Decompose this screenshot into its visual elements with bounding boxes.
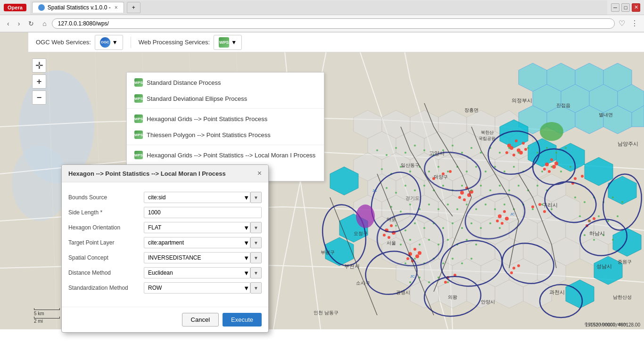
hexagon-orientation-row: Hexagon Orientation FLAT ▼ ▼ — [68, 222, 262, 233]
target-point-select[interactable]: cite:apartment — [144, 237, 250, 248]
svg-point-154 — [471, 147, 472, 149]
bounds-source-btn[interactable]: ▼ — [250, 192, 262, 203]
svg-point-199 — [508, 189, 510, 191]
svg-point-146 — [395, 147, 397, 149]
close-tab-button[interactable]: × — [115, 4, 118, 11]
menu-item-hex-moran[interactable]: WPS Hexagonal Grids --> Point Statistics… — [127, 147, 324, 163]
svg-point-197 — [489, 189, 491, 191]
svg-point-208 — [428, 204, 430, 205]
svg-point-241 — [466, 239, 468, 241]
minimize-button[interactable]: ─ — [611, 3, 619, 12]
url-input[interactable] — [52, 18, 615, 29]
spatial-concept-select[interactable]: INVERSEDISTANCE — [144, 252, 250, 263]
svg-text:성남시: 성남시 — [596, 263, 612, 269]
wps-button[interactable]: WPS ▼ — [214, 35, 242, 50]
new-tab-button[interactable]: + — [127, 2, 140, 13]
menu-separator — [127, 108, 324, 109]
svg-point-237 — [428, 239, 430, 241]
svg-point-225 — [423, 227, 425, 229]
svg-text:남양주시: 남양주시 — [618, 141, 638, 147]
svg-point-185 — [570, 166, 571, 168]
svg-point-95 — [522, 142, 525, 145]
svg-point-102 — [548, 170, 551, 173]
svg-point-261 — [621, 201, 623, 203]
menu-item-standard-distance[interactable]: WPS Standard Distance Process — [127, 74, 324, 90]
svg-point-267 — [584, 234, 586, 236]
standardization-select[interactable]: ROW — [144, 282, 250, 294]
svg-text:남한산성: 남한산성 — [613, 294, 632, 300]
svg-point-243 — [405, 262, 406, 264]
pan-tool[interactable]: ✛ — [32, 58, 46, 73]
dialog-close-button[interactable]: × — [257, 170, 262, 177]
svg-point-162 — [546, 147, 548, 149]
hexagon-orientation-select[interactable]: FLAT — [144, 222, 250, 233]
svg-point-131 — [543, 210, 546, 213]
execute-button[interactable]: Execute — [223, 313, 262, 327]
svg-point-122 — [503, 210, 506, 213]
hexagon-orientation-wrapper: FLAT ▼ — [144, 222, 250, 233]
menu-item-hex-point[interactable]: WPS Hexagonal Grids --> Point Statistics… — [127, 111, 324, 127]
browser-tab[interactable]: Spatial Statistics v.1.0.0 - × — [32, 2, 124, 13]
standardization-label: Standardization Method — [68, 285, 144, 291]
svg-point-179 — [513, 166, 515, 168]
back-button[interactable]: ‹ — [4, 18, 13, 29]
svg-point-188 — [405, 185, 406, 187]
svg-point-100 — [552, 165, 556, 169]
svg-text:진접읍: 진접읍 — [556, 103, 570, 108]
svg-text:과천시: 과천시 — [549, 289, 565, 295]
ogc-button[interactable]: OGC ▼ — [95, 35, 123, 50]
distance-method-btn[interactable]: ▼ — [250, 267, 262, 278]
svg-point-264 — [598, 215, 600, 217]
side-length-input[interactable] — [144, 207, 262, 218]
svg-point-262 — [579, 215, 581, 217]
svg-text:부천시: 부천시 — [344, 263, 360, 269]
close-window-button[interactable]: ✕ — [632, 3, 640, 12]
svg-text:오정구: 오정구 — [354, 231, 368, 236]
svg-point-177 — [494, 166, 496, 168]
distance-method-select[interactable]: Euclidean — [144, 267, 250, 278]
maximize-button[interactable]: □ — [621, 3, 630, 12]
svg-text:서울: 서울 — [387, 240, 396, 245]
distance-method-wrapper: Euclidean ▼ — [144, 267, 250, 278]
svg-text:중원구: 중원구 — [618, 259, 632, 264]
svg-point-123 — [505, 217, 509, 220]
menu-item-thiessen[interactable]: WPS Thiessen Polygon --> Point Statistic… — [127, 127, 324, 143]
wps-label: Web Processing Services: — [139, 39, 210, 46]
svg-point-209 — [438, 208, 439, 210]
svg-point-202 — [537, 185, 538, 187]
svg-point-90 — [515, 139, 518, 142]
reload-button[interactable]: ↻ — [25, 18, 37, 29]
menu-item-icon: WPS — [134, 94, 143, 103]
menu-item-std-ellipse[interactable]: WPS Standard Deviational Ellipse Process — [127, 90, 324, 106]
opera-logo: Opera — [4, 4, 26, 11]
svg-point-132 — [574, 177, 577, 180]
svg-text:안양시: 안양시 — [481, 299, 495, 304]
spatial-concept-btn[interactable]: ▼ — [250, 252, 262, 263]
standardization-btn[interactable]: ▼ — [250, 282, 262, 294]
svg-point-143 — [510, 271, 513, 274]
svg-point-145 — [386, 154, 388, 156]
bounds-source-select[interactable]: cite:sid — [144, 192, 250, 203]
svg-point-255 — [447, 281, 449, 283]
svg-point-216 — [504, 204, 505, 205]
target-point-btn[interactable]: ▼ — [250, 237, 262, 248]
svg-point-98 — [545, 163, 549, 166]
zoom-out-button[interactable]: − — [32, 90, 46, 105]
home-button[interactable]: ⌂ — [39, 18, 50, 29]
cancel-button[interactable]: Cancel — [182, 313, 219, 327]
svg-point-221 — [551, 208, 553, 210]
menu-button[interactable]: ⋮ — [629, 18, 640, 29]
svg-point-270 — [612, 239, 614, 241]
menu-item-icon: WPS — [134, 78, 143, 87]
zoom-in-button[interactable]: + — [32, 74, 46, 89]
svg-point-265 — [607, 220, 609, 222]
hexagon-orientation-btn[interactable]: ▼ — [250, 222, 262, 233]
svg-point-136 — [593, 217, 595, 220]
bookmark-button[interactable]: ♡ — [617, 18, 627, 29]
svg-point-165 — [381, 168, 383, 170]
spatial-concept-wrapper: INVERSEDISTANCE ▼ — [144, 252, 250, 263]
svg-point-140 — [444, 281, 447, 284]
svg-point-234 — [400, 244, 402, 245]
forward-button[interactable]: › — [15, 18, 24, 29]
ogc-label: OGC Web Services: — [36, 39, 91, 46]
